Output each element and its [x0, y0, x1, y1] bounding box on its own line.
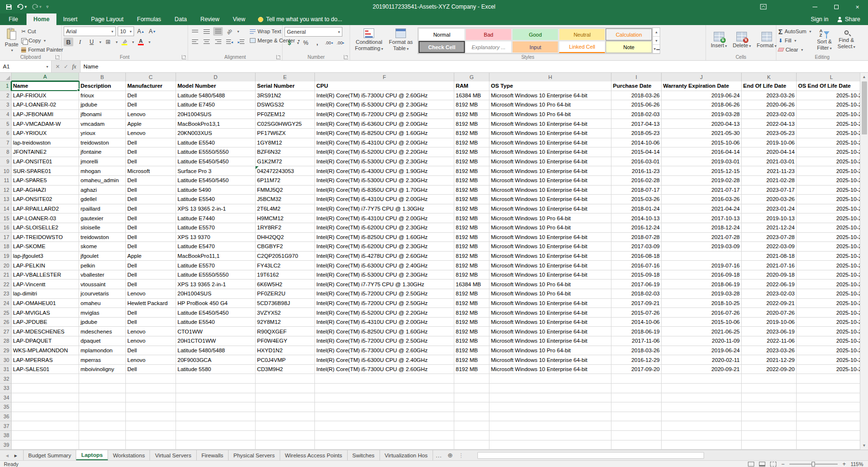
cell-I4[interactable]: 2018-02-03: [611, 110, 662, 120]
cell-I27[interactable]: 2018-06-19: [611, 327, 662, 336]
cell-K16[interactable]: 2021-12-24: [742, 223, 797, 233]
row-header-29[interactable]: 29: [0, 346, 12, 356]
cell-D17[interactable]: XPS 13 9370: [176, 233, 256, 242]
cell-E14[interactable]: 2T6L4M2: [256, 204, 315, 214]
cell-I22[interactable]: 2017-06-19: [611, 280, 662, 289]
cell-A39[interactable]: [12, 440, 79, 450]
cell-L3[interactable]: 2025-10-25: [797, 100, 860, 110]
cell-I13[interactable]: 2015-03-26: [611, 195, 662, 204]
delete-cells-button[interactable]: × Delete▾: [730, 27, 754, 53]
cell-A35[interactable]: [12, 402, 79, 412]
cell-G26[interactable]: 8192 MB: [454, 318, 489, 327]
cell-L2[interactable]: 2025-10-25: [797, 91, 860, 101]
column-header-E[interactable]: E: [256, 73, 315, 81]
cell-J36[interactable]: [662, 412, 742, 422]
zoom-slider-thumb[interactable]: [812, 462, 815, 467]
enter-icon[interactable]: ✓: [64, 64, 68, 70]
cell-C35[interactable]: [126, 402, 176, 412]
cell-style-explanatory[interactable]: Explanatory ...: [465, 41, 512, 53]
cell-E4[interactable]: PF0ZEM12: [256, 110, 315, 120]
row-header-5[interactable]: 5: [0, 119, 12, 129]
cell-F28[interactable]: Intel(R) Core(TM) i5-7200U CPU @ 2.50GHz: [315, 336, 454, 346]
cell-B31[interactable]: mboivinoligny: [79, 365, 126, 374]
vertical-scroll-thumb[interactable]: [862, 81, 867, 134]
row-header-39[interactable]: 39: [0, 440, 12, 450]
cell-G2[interactable]: 16384 MB: [454, 91, 489, 101]
cell-F9[interactable]: Intel(R) Core(TM) i5-5300U CPU @ 2.30GHz: [315, 157, 454, 167]
cell-F5[interactable]: Intel(R) Core(TM) i5-6360U CPU @ 2.00GHz: [315, 119, 454, 129]
horizontal-scrollbar[interactable]: [477, 452, 704, 459]
cell-B39[interactable]: [79, 440, 126, 450]
cell-J26[interactable]: 2015-10-06: [662, 318, 742, 327]
cell-H30[interactable]: Microsoft Windows 10 Enterprise 64-bit: [489, 355, 611, 365]
orientation-button[interactable]: ab: [225, 27, 234, 36]
cell-K11[interactable]: 2021-02-28: [742, 176, 797, 186]
tab-review[interactable]: Review: [193, 13, 226, 25]
cell-J21[interactable]: 2016-09-18: [662, 270, 742, 280]
format-painter-button[interactable]: Format Painter: [21, 45, 63, 54]
cell-G18[interactable]: 8192 MB: [454, 242, 489, 252]
cell-L19[interactable]: 2025-10-25: [797, 252, 860, 261]
borders-dropdown-arrow[interactable]: ▾: [116, 40, 118, 44]
cell-I32[interactable]: [611, 374, 662, 384]
gallery-more-arrow[interactable]: ▼▬: [653, 45, 660, 53]
cell-E38[interactable]: [256, 431, 315, 440]
cell-G14[interactable]: 8192 MB: [454, 204, 489, 214]
cell-G19[interactable]: 8192 MB: [454, 252, 489, 261]
cell-H35[interactable]: [489, 402, 611, 412]
row-header-35[interactable]: 35: [0, 402, 12, 412]
cell-K18[interactable]: 2022-03-09: [742, 242, 797, 252]
share-button[interactable]: Share: [837, 16, 860, 23]
row-header-32[interactable]: 32: [0, 374, 12, 384]
cell-D10[interactable]: Surface Pro 3: [176, 166, 256, 176]
cell-G24[interactable]: 8192 MB: [454, 299, 489, 308]
cell-A13[interactable]: LAP-ONSITE02: [12, 195, 79, 204]
cell-C7[interactable]: Dell: [126, 138, 176, 148]
cell-style-bad[interactable]: Bad: [465, 28, 512, 40]
format-as-table-button[interactable]: Format asTable▾: [386, 27, 416, 53]
number-format-combo[interactable]: General▾: [285, 27, 342, 37]
cell-H12[interactable]: Microsoft Windows 10 Enterprise 64-bit: [489, 186, 611, 195]
cell-H25[interactable]: Microsoft Windows 10 Enterprise 64-bit: [489, 308, 611, 318]
cell-B29[interactable]: mplamondon: [79, 346, 126, 356]
cell-E23[interactable]: PF0ZER2U: [256, 289, 315, 299]
accounting-dropdown-arrow[interactable]: ▾: [297, 41, 299, 45]
cell-E11[interactable]: 6P11M72: [256, 176, 315, 186]
cell-I8[interactable]: 2015-04-14: [611, 147, 662, 157]
page-layout-view-icon[interactable]: [759, 462, 765, 467]
cell-H3[interactable]: Microsoft Windows 10 Pro 64-bit: [489, 100, 611, 110]
cell-J18[interactable]: 2019-03-09: [662, 242, 742, 252]
cell-E26[interactable]: 92Y8M12: [256, 318, 315, 327]
cell-D34[interactable]: [176, 393, 256, 403]
cell-G28[interactable]: 8192 MB: [454, 336, 489, 346]
cell-I2[interactable]: 2018-03-26: [611, 91, 662, 101]
cell-L26[interactable]: 2025-10-25: [797, 318, 860, 327]
cell-E5[interactable]: C02SG0HWGY25: [256, 119, 315, 129]
cell-I31[interactable]: 2017-09-20: [611, 365, 662, 374]
row-header-6[interactable]: 6: [0, 129, 12, 138]
tab-page-layout[interactable]: Page Layout: [84, 13, 130, 25]
cell-E9[interactable]: G1K2M72: [256, 157, 315, 167]
cell-H14[interactable]: Microsoft Windows 10 Enterprise 64-bit: [489, 204, 611, 214]
cell-B17[interactable]: treidowston: [79, 233, 126, 242]
column-header-A[interactable]: A: [12, 73, 79, 81]
cancel-icon[interactable]: ✕: [55, 64, 60, 70]
insert-cells-button[interactable]: + Insert▾: [708, 27, 730, 53]
cell-C6[interactable]: Lenovo: [126, 129, 176, 138]
cell-G12[interactable]: 8192 MB: [454, 186, 489, 195]
cell-I16[interactable]: 2016-12-24: [611, 223, 662, 233]
cell-E24[interactable]: 5CD736B98J: [256, 299, 315, 308]
cell-F4[interactable]: Intel(R) Core(TM) i5-7200U CPU @ 2.50GHz: [315, 110, 454, 120]
cell-style-check[interactable]: Check Cell: [419, 41, 465, 53]
cell-J34[interactable]: [662, 393, 742, 403]
cell-K33[interactable]: [742, 384, 797, 393]
fill-color-dropdown-arrow[interactable]: ▾: [132, 40, 134, 44]
column-header-I[interactable]: I: [611, 73, 662, 81]
tab-view[interactable]: View: [226, 13, 252, 25]
format-cells-button[interactable]: Format▾: [754, 27, 779, 53]
autosum-button[interactable]: ΣAutoSum▾: [778, 27, 811, 36]
sheet-tab-switches[interactable]: Switches: [348, 450, 380, 460]
cell-H21[interactable]: Microsoft Windows 10 Enterprise 64-bit: [489, 270, 611, 280]
cell-D15[interactable]: Latitude E7440: [176, 213, 256, 223]
close-button[interactable]: ×: [847, 0, 868, 13]
